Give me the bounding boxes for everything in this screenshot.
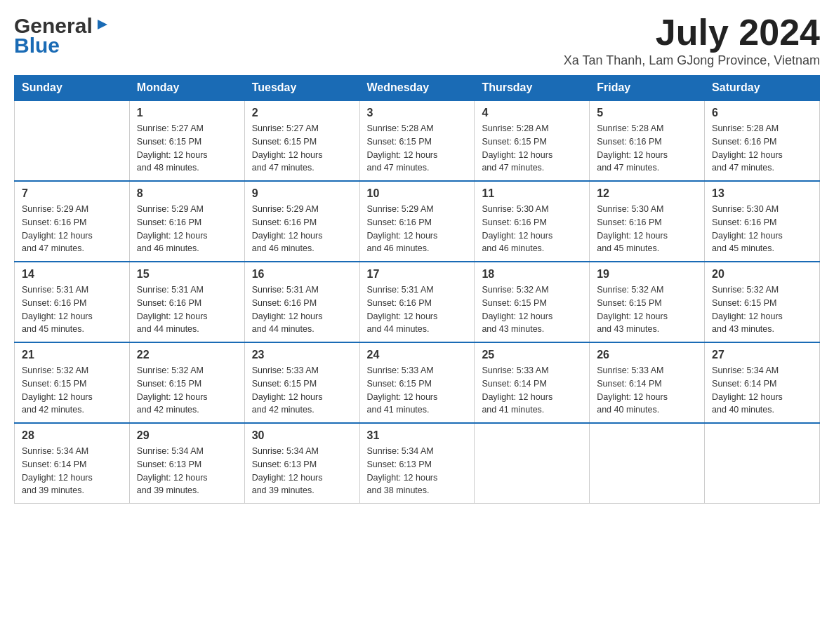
column-header-wednesday: Wednesday [359, 76, 475, 101]
calendar-cell: 5Sunrise: 5:28 AMSunset: 6:16 PMDaylight… [590, 100, 705, 181]
calendar-cell: 4Sunrise: 5:28 AMSunset: 6:15 PMDaylight… [475, 100, 590, 181]
day-number: 3 [367, 107, 468, 119]
day-info: Sunrise: 5:30 AMSunset: 6:16 PMDaylight:… [597, 203, 697, 255]
day-number: 4 [482, 107, 582, 119]
calendar-cell: 25Sunrise: 5:33 AMSunset: 6:14 PMDayligh… [475, 342, 590, 423]
calendar-cell: 3Sunrise: 5:28 AMSunset: 6:15 PMDaylight… [359, 100, 475, 181]
day-info: Sunrise: 5:33 AMSunset: 6:15 PMDaylight:… [367, 364, 468, 417]
calendar-cell: 27Sunrise: 5:34 AMSunset: 6:14 PMDayligh… [705, 342, 820, 423]
day-number: 15 [137, 268, 237, 281]
day-number: 11 [482, 187, 582, 200]
day-info: Sunrise: 5:29 AMSunset: 6:16 PMDaylight:… [137, 203, 237, 255]
day-number: 29 [137, 429, 237, 442]
calendar-cell: 8Sunrise: 5:29 AMSunset: 6:16 PMDaylight… [129, 181, 244, 262]
column-header-sunday: Sunday [15, 76, 130, 101]
day-number: 26 [597, 349, 697, 361]
day-number: 24 [367, 349, 468, 361]
day-info: Sunrise: 5:27 AMSunset: 6:15 PMDaylight:… [252, 122, 352, 175]
day-number: 16 [252, 268, 352, 281]
day-number: 18 [482, 268, 582, 281]
day-number: 25 [482, 349, 582, 361]
calendar-cell: 12Sunrise: 5:30 AMSunset: 6:16 PMDayligh… [590, 181, 705, 262]
calendar-cell: 13Sunrise: 5:30 AMSunset: 6:16 PMDayligh… [705, 181, 820, 262]
calendar-cell: 28Sunrise: 5:34 AMSunset: 6:14 PMDayligh… [15, 423, 130, 504]
day-number: 2 [252, 107, 352, 119]
location-subtitle: Xa Tan Thanh, Lam GJong Province, Vietna… [564, 53, 820, 68]
calendar-cell: 24Sunrise: 5:33 AMSunset: 6:15 PMDayligh… [359, 342, 475, 423]
calendar-cell: 14Sunrise: 5:31 AMSunset: 6:16 PMDayligh… [15, 262, 130, 342]
column-header-monday: Monday [129, 76, 244, 101]
day-info: Sunrise: 5:32 AMSunset: 6:15 PMDaylight:… [482, 283, 582, 336]
day-number: 17 [367, 268, 468, 281]
day-number: 8 [137, 187, 237, 200]
calendar-cell: 20Sunrise: 5:32 AMSunset: 6:15 PMDayligh… [705, 262, 820, 342]
column-header-thursday: Thursday [475, 76, 590, 101]
day-info: Sunrise: 5:34 AMSunset: 6:14 PMDaylight:… [22, 445, 122, 497]
svg-marker-0 [98, 20, 107, 29]
day-number: 13 [712, 187, 812, 200]
day-number: 5 [597, 107, 697, 119]
calendar-header-row: SundayMondayTuesdayWednesdayThursdayFrid… [15, 76, 820, 101]
calendar-cell [590, 423, 705, 504]
logo-triangle-icon [95, 17, 110, 35]
day-number: 28 [22, 429, 122, 442]
calendar-cell [15, 100, 130, 181]
day-number: 22 [137, 349, 237, 361]
calendar-cell: 29Sunrise: 5:34 AMSunset: 6:13 PMDayligh… [129, 423, 244, 504]
day-info: Sunrise: 5:31 AMSunset: 6:16 PMDaylight:… [22, 283, 122, 336]
day-info: Sunrise: 5:28 AMSunset: 6:15 PMDaylight:… [482, 122, 582, 175]
day-info: Sunrise: 5:32 AMSunset: 6:15 PMDaylight:… [712, 283, 812, 336]
day-info: Sunrise: 5:29 AMSunset: 6:16 PMDaylight:… [367, 203, 468, 255]
page-header: General Blue July 2024 Xa Tan Thanh, Lam… [14, 14, 820, 68]
calendar-cell: 19Sunrise: 5:32 AMSunset: 6:15 PMDayligh… [590, 262, 705, 342]
day-info: Sunrise: 5:31 AMSunset: 6:16 PMDaylight:… [252, 283, 352, 336]
day-number: 27 [712, 349, 812, 361]
calendar-cell: 2Sunrise: 5:27 AMSunset: 6:15 PMDaylight… [244, 100, 359, 181]
calendar-cell [475, 423, 590, 504]
day-info: Sunrise: 5:31 AMSunset: 6:16 PMDaylight:… [137, 283, 237, 336]
calendar-cell [705, 423, 820, 504]
day-info: Sunrise: 5:34 AMSunset: 6:13 PMDaylight:… [137, 445, 237, 497]
day-info: Sunrise: 5:27 AMSunset: 6:15 PMDaylight:… [137, 122, 237, 175]
day-number: 9 [252, 187, 352, 200]
day-number: 14 [22, 268, 122, 281]
calendar-cell: 22Sunrise: 5:32 AMSunset: 6:15 PMDayligh… [129, 342, 244, 423]
day-info: Sunrise: 5:34 AMSunset: 6:14 PMDaylight:… [712, 364, 812, 417]
day-number: 10 [367, 187, 468, 200]
calendar-cell: 17Sunrise: 5:31 AMSunset: 6:16 PMDayligh… [359, 262, 475, 342]
calendar-cell: 1Sunrise: 5:27 AMSunset: 6:15 PMDaylight… [129, 100, 244, 181]
column-header-saturday: Saturday [705, 76, 820, 101]
calendar-cell: 31Sunrise: 5:34 AMSunset: 6:13 PMDayligh… [359, 423, 475, 504]
calendar-cell: 15Sunrise: 5:31 AMSunset: 6:16 PMDayligh… [129, 262, 244, 342]
calendar-cell: 26Sunrise: 5:33 AMSunset: 6:14 PMDayligh… [590, 342, 705, 423]
column-header-tuesday: Tuesday [244, 76, 359, 101]
day-info: Sunrise: 5:34 AMSunset: 6:13 PMDaylight:… [367, 445, 468, 497]
day-number: 20 [712, 268, 812, 281]
week-row-1: 1Sunrise: 5:27 AMSunset: 6:15 PMDaylight… [15, 100, 820, 181]
calendar-cell: 11Sunrise: 5:30 AMSunset: 6:16 PMDayligh… [475, 181, 590, 262]
calendar-cell: 18Sunrise: 5:32 AMSunset: 6:15 PMDayligh… [475, 262, 590, 342]
week-row-4: 21Sunrise: 5:32 AMSunset: 6:15 PMDayligh… [15, 342, 820, 423]
day-number: 19 [597, 268, 697, 281]
logo-blue: Blue [14, 34, 60, 58]
day-info: Sunrise: 5:28 AMSunset: 6:16 PMDaylight:… [597, 122, 697, 175]
day-info: Sunrise: 5:30 AMSunset: 6:16 PMDaylight:… [482, 203, 582, 255]
week-row-2: 7Sunrise: 5:29 AMSunset: 6:16 PMDaylight… [15, 181, 820, 262]
day-number: 23 [252, 349, 352, 361]
day-number: 30 [252, 429, 352, 442]
week-row-3: 14Sunrise: 5:31 AMSunset: 6:16 PMDayligh… [15, 262, 820, 342]
day-number: 21 [22, 349, 122, 361]
day-info: Sunrise: 5:33 AMSunset: 6:15 PMDaylight:… [252, 364, 352, 417]
day-number: 12 [597, 187, 697, 200]
calendar-cell: 7Sunrise: 5:29 AMSunset: 6:16 PMDaylight… [15, 181, 130, 262]
day-info: Sunrise: 5:33 AMSunset: 6:14 PMDaylight:… [597, 364, 697, 417]
calendar-cell: 23Sunrise: 5:33 AMSunset: 6:15 PMDayligh… [244, 342, 359, 423]
day-info: Sunrise: 5:32 AMSunset: 6:15 PMDaylight:… [137, 364, 237, 417]
day-info: Sunrise: 5:29 AMSunset: 6:16 PMDaylight:… [22, 203, 122, 255]
title-section: July 2024 Xa Tan Thanh, Lam GJong Provin… [564, 14, 820, 68]
week-row-5: 28Sunrise: 5:34 AMSunset: 6:14 PMDayligh… [15, 423, 820, 504]
day-info: Sunrise: 5:28 AMSunset: 6:16 PMDaylight:… [712, 122, 812, 175]
calendar-cell: 21Sunrise: 5:32 AMSunset: 6:15 PMDayligh… [15, 342, 130, 423]
day-info: Sunrise: 5:28 AMSunset: 6:15 PMDaylight:… [367, 122, 468, 175]
calendar-table: SundayMondayTuesdayWednesdayThursdayFrid… [14, 75, 820, 504]
